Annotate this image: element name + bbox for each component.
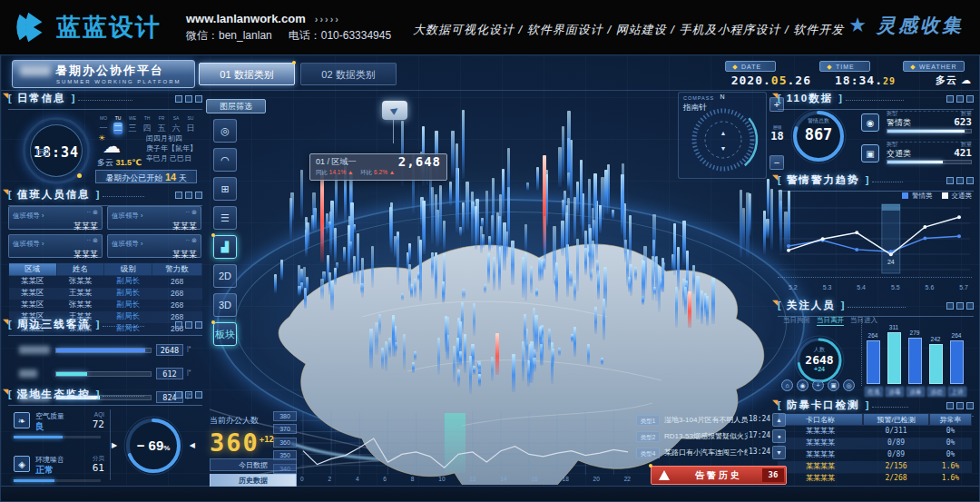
data-spike (381, 348, 384, 369)
focus-bar-category: 涉毒 (886, 387, 904, 397)
duty-table-row[interactable]: 某某区王某某副局长268 (9, 288, 202, 300)
checkpoint-row[interactable]: 某某某某0/890% (778, 438, 972, 449)
duty-leader-card[interactable]: 值班领导·· ⊗某某某 (8, 206, 103, 230)
panel-controls[interactable] (944, 400, 974, 411)
data-spike (469, 356, 472, 394)
left-arrow-icon[interactable]: ▶ (112, 441, 117, 449)
data-spike (289, 198, 292, 240)
tab-data-category-1[interactable]: 01 数据类别 (199, 63, 295, 85)
panel-controls[interactable] (944, 94, 974, 104)
alert-row[interactable]: 类型2RD13-53烟感报警疑似火灾17:24 (636, 429, 790, 446)
focus-bar[interactable] (950, 340, 964, 384)
history-data-button[interactable]: 历史数据 (210, 474, 297, 487)
data-spike (478, 363, 481, 371)
panel-controls[interactable] (944, 175, 974, 186)
duty-table-row[interactable]: 某某区张某某副局长268 (9, 276, 202, 288)
focus-bar[interactable] (887, 332, 901, 384)
data-spike (742, 208, 745, 249)
data-spike (481, 218, 484, 228)
panel-controls[interactable] (172, 190, 202, 201)
panel-controls[interactable] (172, 320, 202, 330)
checkpoint-row[interactable]: 某某某某2/1561.6% (778, 461, 972, 473)
grid-icon[interactable]: ⊞ (213, 177, 237, 201)
yoy-label: 同比 (316, 169, 328, 175)
checkpoint-row[interactable]: 某某某某2/2681.6% (778, 473, 972, 485)
inspiration-collect[interactable]: ★灵感收集 (848, 13, 964, 38)
target-icon[interactable]: ◉ (797, 379, 808, 391)
camera-icon[interactable]: ▣ (828, 379, 839, 391)
weekday-三[interactable]: WE三 (128, 115, 137, 134)
panel-controls[interactable] (172, 389, 202, 400)
weekday-六[interactable]: SA六 (172, 115, 181, 134)
weekday-四[interactable]: TH四 (142, 115, 152, 134)
duty-leader-card[interactable]: 值班领导·· ⊗某某某 (107, 206, 201, 230)
data-spike (451, 131, 455, 178)
focus-tab[interactable]: 当日离开 (817, 316, 844, 326)
data-spike (437, 338, 440, 375)
panel-controls[interactable] (944, 300, 974, 311)
minimize-icon (946, 95, 954, 103)
focus-bar[interactable] (908, 338, 922, 384)
flow-bar-value: 612 (156, 368, 183, 379)
scroll-dot-icon[interactable]: ● (772, 429, 786, 443)
weekday-一[interactable]: MO一 (99, 115, 108, 134)
checkpoint-row[interactable]: 某某某某0/3110% (778, 426, 972, 438)
data-spike (280, 260, 283, 281)
data-spike (397, 231, 399, 249)
tab-data-category-2[interactable]: 02 数据类别 (300, 63, 397, 85)
data-spike (538, 258, 541, 281)
panel-controls[interactable] (172, 94, 202, 104)
data-spike (512, 354, 515, 392)
alert-row[interactable]: 类型4某路口有小汽车连闯三个红灯13:24 (636, 446, 790, 462)
data-spike (788, 191, 790, 250)
x-axis-labels: 0246810121416182022 (300, 476, 631, 482)
data-spike (408, 243, 411, 261)
maximize-icon (956, 302, 964, 310)
focus-bar-value: 264 (862, 332, 884, 339)
data-spike (274, 274, 277, 293)
scroll-up-icon[interactable]: ▲ (772, 413, 786, 427)
panel-daily-info: ◥[日常信息] PM18:34 MO一TU二WE三TH四FR五SA六SU日 ☀ … (8, 92, 202, 186)
data-spike (571, 334, 573, 342)
duty-leader-card[interactable]: 值班领导·· ⊗某某某 (107, 234, 201, 258)
scroll-down-icon[interactable]: ▼ (772, 446, 786, 459)
location-icon[interactable]: ◎ (213, 119, 237, 143)
alert-row[interactable]: 类型1湿地3-104片区有不明人员闯入18:24 (636, 413, 790, 429)
today-data-button[interactable]: 今日数据 (210, 458, 297, 471)
checkpoint-row[interactable]: 某某某某0/890% (778, 449, 972, 461)
svg-text:▲: ▲ (720, 130, 727, 136)
duty-table-row[interactable]: 某某区张某某副局长268 (9, 300, 202, 311)
analog-clock: PM18:34 (23, 117, 90, 184)
mom-value: 6.2% ▲ (374, 169, 395, 175)
mom-label: 环比 (360, 169, 372, 175)
focus-bar[interactable] (867, 340, 880, 384)
duty-leader-card[interactable]: 值班领导·· ⊗某某某 (8, 234, 103, 258)
weekday-五[interactable]: FR五 (157, 115, 166, 134)
maximize-icon (185, 391, 192, 399)
panel-duty-info: ◥[值班人员信息] 值班领导·· ⊗某某某值班领导·· ⊗某某某值班领导·· ⊗… (8, 188, 202, 317)
divider (110, 409, 111, 480)
focus-bar[interactable] (929, 344, 943, 384)
date-box: DATE 2020.05.26 (725, 60, 811, 89)
data-spike (473, 366, 475, 375)
focus-bar-category: 上访 (948, 387, 966, 397)
alert-history-button[interactable]: 告警历史 36 (651, 466, 787, 485)
paper-plane-marker[interactable]: ▶ (382, 101, 407, 120)
data-spike (431, 187, 434, 244)
plus-icon[interactable]: + (812, 379, 824, 391)
data-spike (552, 349, 554, 366)
focus-bar-value: 279 (904, 330, 926, 336)
panel-focus-people: ◥[关注人员] 当日拘留当日离开当日进入 人数 2648 +24 ⌂◉+▣◎ 2… (778, 299, 974, 399)
website-link[interactable]: www.lanlanwork.com (186, 12, 306, 25)
data-spike (395, 342, 397, 351)
data-spike (548, 329, 551, 350)
radar-icon[interactable]: ◠ (213, 148, 237, 172)
platform-title-plate: 暑期办公协作平台 SUMMER WORKING PLATFORM (12, 60, 195, 88)
panel-police-trend: ◥[警情警力趋势] 警情类交通类 24 5.25.35.45.55.65.7 (778, 173, 974, 297)
weekday-二[interactable]: TU二 (113, 115, 122, 134)
weather-box: WEATHER 多云 ☁ (903, 60, 972, 89)
scan-icon[interactable]: ◎ (843, 379, 855, 391)
data-spike (763, 211, 766, 254)
right-arrow-icon[interactable]: ◀ (190, 441, 195, 449)
weekday-日[interactable]: SU日 (186, 115, 195, 134)
